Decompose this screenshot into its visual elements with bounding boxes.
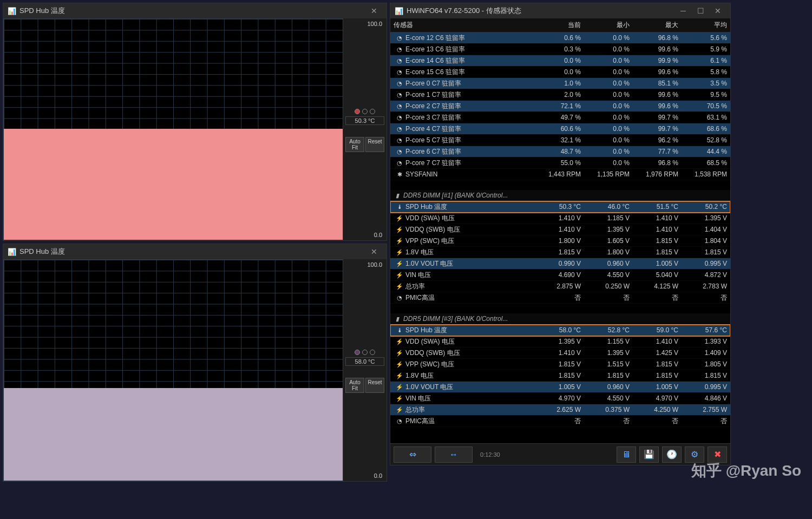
col-avg[interactable]: 平均 [682,18,730,32]
sensor-name: SPD Hub 温度 [405,202,447,212]
legend-dot[interactable] [362,350,368,355]
val-min: 1.815 V [584,371,633,380]
val-min: 46.0 °C [584,202,633,212]
sensor-row[interactable]: ⚡总功率2.625 W0.375 W4.250 W2.755 W [390,404,730,416]
sensor-row[interactable]: ◔P-core 1 C7 驻留率2.0 %0.0 %99.6 %9.5 % [390,89,730,101]
col-sensor[interactable]: 传感器 [390,18,535,32]
volt-icon: ⚡ [396,338,403,345]
sensor-row[interactable]: ⚡VIN 电压4.970 V4.550 V4.970 V4.846 V [390,393,730,404]
sensor-row[interactable]: ⚡1.0V VOUT 电压0.990 V0.960 V1.005 V0.995 … [390,258,730,270]
minimize-button[interactable]: ─ [675,5,691,17]
sensor-row[interactable]: ◔E-core 13 C6 驻留率0.3 %0.0 %99.6 %5.9 % [390,44,730,55]
val-max [633,318,682,320]
sensor-row[interactable]: ◔P-core 2 C7 驻留率72.1 %0.0 %99.6 %70.5 % [390,101,730,112]
sensor-row[interactable]: 🌡SPD Hub 温度50.3 °C46.0 °C51.5 °C50.2 °C [390,201,730,213]
arrows-button[interactable]: ↔ [435,446,473,463]
col-min[interactable]: 最小 [584,18,633,32]
autofit-button[interactable]: Auto Fit [345,137,364,152]
sensor-row[interactable]: ✱SYSFANIN1,443 RPM1,135 RPM1,976 RPM1,53… [390,169,730,180]
clock-icon: ◔ [396,80,403,87]
monitor-button[interactable]: 🖥 [617,446,636,463]
clock-button[interactable]: 🕐 [662,446,682,463]
reset-button[interactable]: Reset [365,137,384,152]
val-min: 0.0 % [584,90,633,100]
close-button[interactable]: ✕ [366,246,382,258]
sensor-row[interactable]: ◔P-core 5 C7 驻留率32.1 %0.0 %96.2 %52.8 % [390,135,730,146]
clock-icon: ◔ [396,125,403,133]
titlebar-graph1[interactable]: 📊 SPD Hub 温度 ✕ [3,3,387,18]
sensor-row[interactable]: ⚡VDDQ (SWB) 电压1.410 V1.395 V1.425 V1.409… [390,347,730,359]
val-max: 59.0 °C [633,325,682,335]
expand-collapse-button[interactable]: ⇔ [394,446,431,463]
val-max: 1.005 V [633,382,682,392]
sensor-row[interactable]: ⚡1.8V 电压1.815 V1.815 V1.815 V1.815 V [390,370,730,382]
close-toolbar-button[interactable]: ✖ [708,446,727,463]
val-min: 0.0 % [584,158,633,168]
volt-icon: ⚡ [396,271,403,279]
close-button[interactable]: ✕ [366,5,382,17]
val-max: 99.6 % [633,44,682,54]
sensor-row[interactable]: ◔P-core 4 C7 驻留率60.6 %0.0 %99.7 %68.6 % [390,123,730,135]
legend-dot-active[interactable] [355,109,360,114]
sensor-row[interactable]: ⚡VPP (SWC) 电压1.815 V1.515 V1.815 V1.805 … [390,359,730,370]
legend-dot[interactable] [362,109,368,114]
sensor-row[interactable]: ◔E-core 15 C6 驻留率0.0 %0.0 %99.6 %5.8 % [390,67,730,78]
titlebar-hwinfo[interactable]: 📊 HWiNFO64 v7.62-5200 - 传感器状态 ─ ☐ ✕ [390,3,730,18]
val-min: 1,135 RPM [584,169,633,179]
val-current: 0.6 % [535,33,584,43]
sensor-row[interactable]: ⚡VDD (SWA) 电压1.410 V1.185 V1.410 V1.395 … [390,213,730,224]
sensor-row[interactable]: ⚡VDD (SWA) 电压1.395 V1.155 V1.410 V1.393 … [390,336,730,347]
sensor-row[interactable]: ⚡VDDQ (SWB) 电压1.410 V1.395 V1.410 V1.404… [390,224,730,235]
sensor-column-headers[interactable]: 传感器 当前 最小 最大 平均 [390,18,730,32]
toolbar: ⇔ ↔ 0:12:30 🖥 💾 🕐 ⚙ ✖ [390,443,730,465]
sensor-row[interactable]: ⚡VPP (SWC) 电压1.800 V1.605 V1.815 V1.804 … [390,235,730,247]
val-avg: 5.9 % [682,44,730,54]
sensor-row[interactable]: ◔PMIC高温否否否否 [390,416,730,427]
col-max[interactable]: 最大 [633,18,682,32]
reset-button[interactable]: Reset [365,378,384,393]
sensor-row[interactable]: ◔P-core 3 C7 驻留率49.7 %0.0 %99.7 %63.1 % [390,112,730,123]
sensor-group-header[interactable]: ▮DDR5 DIMM [#1] (BANK 0/Control... [390,190,730,201]
sensor-name: PMIC高温 [405,417,435,426]
sensor-row[interactable]: ◔P-core 0 C7 驻留率1.0 %0.0 %85.1 %3.5 % [390,78,730,89]
maximize-button[interactable]: ☐ [692,5,709,17]
sensor-rows[interactable]: ◔E-core 12 C6 驻留率0.6 %0.0 %96.8 %5.6 %◔E… [390,32,730,443]
graph-grid[interactable] [3,259,343,481]
graph-grid[interactable] [3,18,343,240]
val-min: 0.0 % [584,56,633,65]
sensor-row[interactable]: ◔P-core 6 C7 驻留率48.7 %0.0 %77.7 %44.4 % [390,146,730,157]
val-current: 72.1 % [535,101,584,111]
titlebar-graph2[interactable]: 📊 SPD Hub 温度 ✕ [3,244,387,259]
val-max [633,194,682,196]
settings-button[interactable]: ⚙ [685,446,704,463]
sensor-name: VIN 电压 [405,394,431,403]
close-button[interactable]: ✕ [710,5,726,17]
sensor-group-header[interactable]: ▮DDR5 DIMM [#3] (BANK 0/Control... [390,313,730,325]
sensor-row[interactable]: ⚡总功率2.875 W0.250 W4.125 W2.783 W [390,281,730,292]
sensor-row[interactable]: ◔PMIC高温否否否否 [390,292,730,304]
val-avg [682,194,730,196]
legend-dot-active[interactable] [355,350,360,355]
sensor-row[interactable]: ◔P-core 7 C7 驻留率55.0 %0.0 %96.8 %68.5 % [390,157,730,169]
val-avg: 4.846 V [682,393,730,403]
autofit-button[interactable]: Auto Fit [345,378,364,393]
sensor-row[interactable]: 🌡SPD Hub 温度58.0 °C52.8 °C59.0 °C57.6 °C [390,325,730,336]
legend-dot[interactable] [370,109,375,114]
save-button[interactable]: 💾 [639,446,659,463]
col-current[interactable]: 当前 [535,18,584,32]
val-avg: 57.6 °C [682,325,730,335]
power-icon: ⚡ [396,283,403,290]
val-current: 58.0 °C [535,325,584,335]
sensor-row[interactable]: ◔E-core 14 C6 驻留率0.0 %0.0 %99.9 %6.1 % [390,55,730,67]
sensor-row[interactable]: ⚡1.8V 电压1.815 V1.800 V1.815 V1.815 V [390,247,730,258]
sensor-row[interactable]: ⚡1.0V VOUT 电压1.005 V0.960 V1.005 V0.995 … [390,382,730,393]
val-avg: 70.5 % [682,101,730,111]
legend-dot[interactable] [370,350,375,355]
sensor-row[interactable]: ⚡VIN 电压4.690 V4.550 V5.040 V4.872 V [390,270,730,281]
sensor-row[interactable]: ◔E-core 12 C6 驻留率0.6 %0.0 %96.8 %5.6 % [390,32,730,44]
val-min: 0.0 % [584,67,633,77]
val-current: 32.1 % [535,135,584,145]
sensor-name: P-core 0 C7 驻留率 [405,79,461,88]
val-current: 否 [535,292,584,304]
sensor-name: VDDQ (SWB) 电压 [405,349,460,358]
